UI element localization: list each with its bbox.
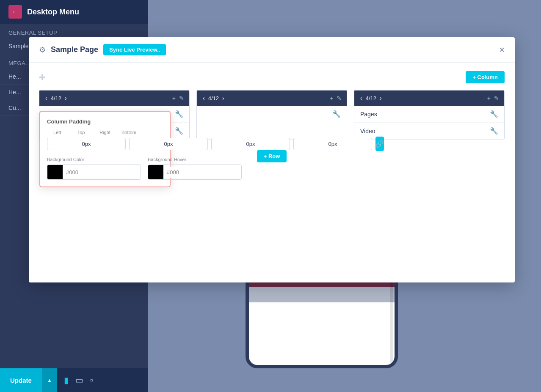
- widget-row-pages: Pages 🔧: [354, 106, 504, 123]
- bg-hover-label: Background Hover: [148, 157, 242, 162]
- desktop-device-button[interactable]: ▫: [88, 374, 95, 387]
- bg-color-input-row: [47, 164, 141, 180]
- section-label-general: General Setup: [0, 24, 148, 38]
- add-column-button[interactable]: + Column: [466, 71, 505, 83]
- col-2-nav: ‹ 4/12 ›: [202, 94, 225, 102]
- widget-video-label: Video: [360, 128, 375, 134]
- back-icon: ←: [12, 8, 19, 16]
- bg-hover-color-group: Background Hover: [148, 157, 242, 180]
- col-1-edit-button[interactable]: ✎: [179, 95, 184, 101]
- col-1-actions: + ✎: [172, 95, 184, 101]
- phone-icon: ▮: [64, 376, 69, 385]
- tablet-icon: ▭: [75, 376, 83, 385]
- padding-left-label: Left: [47, 130, 67, 135]
- padding-left-input[interactable]: [47, 138, 126, 150]
- padding-labels: Left Top Right Bottom: [47, 130, 163, 135]
- bg-color-group: Background Color: [47, 157, 141, 180]
- update-arrow-button[interactable]: ▲: [42, 368, 57, 392]
- modal-close-button[interactable]: ×: [499, 45, 505, 55]
- popup-title: Column Padding: [47, 118, 163, 125]
- col-1-fraction: 4/12: [51, 95, 61, 101]
- padding-inputs: 🔗: [47, 137, 163, 151]
- column-panel-2: ‹ 4/12 › + ✎ 🔧: [196, 90, 347, 140]
- col-1-nav: ‹ 4/12 ›: [44, 94, 68, 102]
- col-2-edit-button[interactable]: ✎: [337, 95, 342, 101]
- padding-right-input[interactable]: [211, 138, 290, 150]
- move-icon[interactable]: ✛: [39, 73, 45, 82]
- desktop-icon: ▫: [90, 376, 93, 385]
- padding-bottom-input[interactable]: [293, 138, 372, 150]
- widget-pages-settings-button[interactable]: 🔧: [490, 110, 498, 118]
- col-1-add-button[interactable]: +: [172, 95, 176, 101]
- col-2-add-button[interactable]: +: [330, 95, 333, 101]
- column-3-header: ‹ 4/12 › + ✎: [354, 90, 504, 106]
- column-panel-1: ‹ 4/12 › + ✎ Archives 🔧 Image: [39, 90, 190, 140]
- col-2-next-button[interactable]: ›: [221, 94, 225, 102]
- color-section: Background Color Background Hover: [47, 157, 163, 180]
- sidebar-title: Desktop Menu: [27, 8, 79, 16]
- tablet-device-button[interactable]: ▭: [74, 373, 85, 387]
- col-3-nav: ‹ 4/12 ›: [359, 94, 383, 102]
- col-3-prev-button[interactable]: ‹: [359, 94, 363, 102]
- col-3-edit-button[interactable]: ✎: [494, 95, 499, 101]
- widget-image-settings-button[interactable]: 🔧: [175, 127, 183, 135]
- bg-color-swatch[interactable]: [47, 165, 63, 179]
- sidebar-header: ← Desktop Menu: [0, 0, 148, 24]
- col-3-fraction: 4/12: [366, 95, 376, 101]
- col-3-actions: + ✎: [487, 95, 499, 101]
- modal-body: ✛ + Column ‹ 4/12 › + ✎: [29, 63, 515, 171]
- column-2-body: 🔧: [197, 106, 347, 140]
- widget-video-settings-button[interactable]: 🔧: [490, 127, 498, 135]
- sync-live-preview-button[interactable]: Sync Live Preview..: [103, 44, 166, 55]
- mobile-device-button[interactable]: ▮: [62, 373, 70, 387]
- bg-hover-hex-input[interactable]: [163, 167, 241, 178]
- add-row-area: ✛ + Column: [39, 71, 505, 83]
- arrow-up-icon: ▲: [47, 377, 52, 384]
- columns-grid: ‹ 4/12 › + ✎ Archives 🔧 Image: [39, 90, 505, 140]
- column-panel-3: ‹ 4/12 › + ✎ Pages 🔧 Video: [354, 90, 505, 140]
- col-3-add-button[interactable]: +: [487, 95, 491, 101]
- col-2-actions: + ✎: [330, 95, 342, 101]
- col2-settings-button[interactable]: 🔧: [332, 110, 341, 118]
- col-2-prev-button[interactable]: ‹: [202, 94, 206, 102]
- col-1-next-button[interactable]: ›: [64, 94, 68, 102]
- padding-right-label: Right: [95, 130, 115, 135]
- widget-archives-settings-button[interactable]: 🔧: [175, 110, 183, 118]
- column-padding-popup: Column Padding Left Top Right Bottom: [39, 111, 171, 187]
- update-button[interactable]: Update: [0, 368, 42, 392]
- back-button[interactable]: ←: [8, 5, 22, 19]
- gear-icon: ⚙: [39, 45, 46, 55]
- phone-screen-bar: [249, 287, 395, 302]
- device-buttons: ▮ ▭ ▫: [62, 373, 95, 387]
- col-1-prev-button[interactable]: ‹: [44, 94, 48, 102]
- bg-color-label: Background Color: [47, 157, 141, 162]
- widget-pages-label: Pages: [360, 111, 377, 118]
- column-3-body: Pages 🔧 Video 🔧: [354, 106, 504, 139]
- bg-color-hex-input[interactable]: [63, 167, 141, 178]
- padding-bottom-label: Bottom: [119, 130, 139, 135]
- modal-overlay: ⚙ Sample Page Sync Live Preview.. × ✛ + …: [29, 37, 515, 282]
- modal-header-left: ⚙ Sample Page Sync Live Preview..: [39, 44, 166, 55]
- column-2-header: ‹ 4/12 › + ✎: [197, 90, 347, 106]
- bg-hover-input-row: [148, 164, 242, 180]
- bg-hover-swatch[interactable]: [148, 165, 163, 179]
- add-row-button[interactable]: + Row: [257, 150, 287, 162]
- col-2-fraction: 4/12: [208, 95, 219, 101]
- col-3-next-button[interactable]: ›: [379, 94, 383, 102]
- column-1-header: ‹ 4/12 › + ✎: [39, 90, 189, 106]
- modal-title: Sample Page: [51, 45, 98, 54]
- sidebar-footer: Update ▲ ▮ ▭ ▫: [0, 368, 148, 392]
- modal-header: ⚙ Sample Page Sync Live Preview.. ×: [29, 37, 515, 63]
- link-icon: 🔗: [375, 140, 384, 148]
- padding-top-input[interactable]: [129, 138, 208, 150]
- link-padding-button[interactable]: 🔗: [375, 137, 384, 151]
- padding-top-label: Top: [71, 130, 91, 135]
